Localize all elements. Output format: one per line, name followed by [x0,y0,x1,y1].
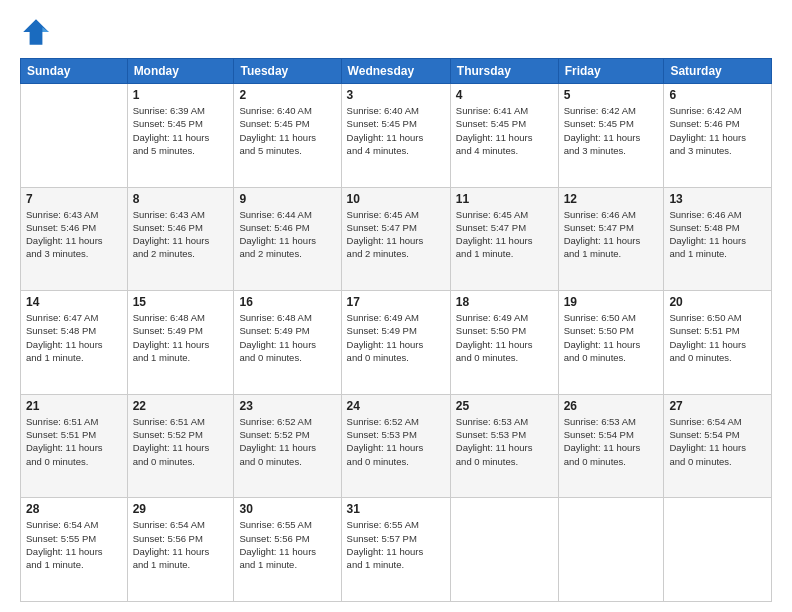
day-number: 24 [347,399,445,413]
day-info: Sunrise: 6:41 AMSunset: 5:45 PMDaylight:… [456,104,553,157]
day-info: Sunrise: 6:43 AMSunset: 5:46 PMDaylight:… [133,208,229,261]
calendar-header-row: SundayMondayTuesdayWednesdayThursdayFrid… [21,59,772,84]
day-number: 17 [347,295,445,309]
calendar-cell: 28Sunrise: 6:54 AMSunset: 5:55 PMDayligh… [21,498,128,602]
page: SundayMondayTuesdayWednesdayThursdayFrid… [0,0,792,612]
calendar-week-4: 21Sunrise: 6:51 AMSunset: 5:51 PMDayligh… [21,394,772,498]
day-info: Sunrise: 6:52 AMSunset: 5:53 PMDaylight:… [347,415,445,468]
day-info: Sunrise: 6:44 AMSunset: 5:46 PMDaylight:… [239,208,335,261]
calendar-cell: 19Sunrise: 6:50 AMSunset: 5:50 PMDayligh… [558,291,664,395]
calendar-cell [21,84,128,188]
day-info: Sunrise: 6:48 AMSunset: 5:49 PMDaylight:… [239,311,335,364]
day-info: Sunrise: 6:50 AMSunset: 5:51 PMDaylight:… [669,311,766,364]
calendar-cell: 25Sunrise: 6:53 AMSunset: 5:53 PMDayligh… [450,394,558,498]
day-info: Sunrise: 6:54 AMSunset: 5:55 PMDaylight:… [26,518,122,571]
calendar-cell: 23Sunrise: 6:52 AMSunset: 5:52 PMDayligh… [234,394,341,498]
day-number: 4 [456,88,553,102]
day-number: 16 [239,295,335,309]
calendar-header-friday: Friday [558,59,664,84]
day-info: Sunrise: 6:42 AMSunset: 5:46 PMDaylight:… [669,104,766,157]
day-info: Sunrise: 6:46 AMSunset: 5:48 PMDaylight:… [669,208,766,261]
day-number: 18 [456,295,553,309]
day-number: 26 [564,399,659,413]
day-info: Sunrise: 6:53 AMSunset: 5:53 PMDaylight:… [456,415,553,468]
day-number: 22 [133,399,229,413]
calendar-cell: 15Sunrise: 6:48 AMSunset: 5:49 PMDayligh… [127,291,234,395]
calendar-cell [558,498,664,602]
calendar-cell [664,498,772,602]
calendar-week-2: 7Sunrise: 6:43 AMSunset: 5:46 PMDaylight… [21,187,772,291]
day-info: Sunrise: 6:50 AMSunset: 5:50 PMDaylight:… [564,311,659,364]
day-info: Sunrise: 6:43 AMSunset: 5:46 PMDaylight:… [26,208,122,261]
day-info: Sunrise: 6:55 AMSunset: 5:56 PMDaylight:… [239,518,335,571]
calendar-cell: 10Sunrise: 6:45 AMSunset: 5:47 PMDayligh… [341,187,450,291]
calendar-cell: 29Sunrise: 6:54 AMSunset: 5:56 PMDayligh… [127,498,234,602]
day-info: Sunrise: 6:40 AMSunset: 5:45 PMDaylight:… [239,104,335,157]
calendar-cell: 30Sunrise: 6:55 AMSunset: 5:56 PMDayligh… [234,498,341,602]
calendar-cell: 22Sunrise: 6:51 AMSunset: 5:52 PMDayligh… [127,394,234,498]
day-info: Sunrise: 6:49 AMSunset: 5:50 PMDaylight:… [456,311,553,364]
calendar-cell: 24Sunrise: 6:52 AMSunset: 5:53 PMDayligh… [341,394,450,498]
day-number: 5 [564,88,659,102]
day-info: Sunrise: 6:54 AMSunset: 5:56 PMDaylight:… [133,518,229,571]
day-info: Sunrise: 6:48 AMSunset: 5:49 PMDaylight:… [133,311,229,364]
day-number: 3 [347,88,445,102]
day-number: 9 [239,192,335,206]
calendar-header-monday: Monday [127,59,234,84]
day-number: 30 [239,502,335,516]
day-info: Sunrise: 6:45 AMSunset: 5:47 PMDaylight:… [347,208,445,261]
calendar-cell: 21Sunrise: 6:51 AMSunset: 5:51 PMDayligh… [21,394,128,498]
day-number: 21 [26,399,122,413]
calendar-cell: 3Sunrise: 6:40 AMSunset: 5:45 PMDaylight… [341,84,450,188]
calendar-cell: 2Sunrise: 6:40 AMSunset: 5:45 PMDaylight… [234,84,341,188]
calendar-cell: 9Sunrise: 6:44 AMSunset: 5:46 PMDaylight… [234,187,341,291]
day-info: Sunrise: 6:49 AMSunset: 5:49 PMDaylight:… [347,311,445,364]
day-number: 11 [456,192,553,206]
day-info: Sunrise: 6:42 AMSunset: 5:45 PMDaylight:… [564,104,659,157]
calendar-cell: 11Sunrise: 6:45 AMSunset: 5:47 PMDayligh… [450,187,558,291]
calendar-cell: 4Sunrise: 6:41 AMSunset: 5:45 PMDaylight… [450,84,558,188]
calendar-cell: 6Sunrise: 6:42 AMSunset: 5:46 PMDaylight… [664,84,772,188]
calendar-week-1: 1Sunrise: 6:39 AMSunset: 5:45 PMDaylight… [21,84,772,188]
calendar-cell: 12Sunrise: 6:46 AMSunset: 5:47 PMDayligh… [558,187,664,291]
logo [20,16,56,48]
day-number: 10 [347,192,445,206]
day-info: Sunrise: 6:54 AMSunset: 5:54 PMDaylight:… [669,415,766,468]
day-number: 6 [669,88,766,102]
calendar-cell: 16Sunrise: 6:48 AMSunset: 5:49 PMDayligh… [234,291,341,395]
day-info: Sunrise: 6:51 AMSunset: 5:51 PMDaylight:… [26,415,122,468]
day-number: 1 [133,88,229,102]
calendar-header-wednesday: Wednesday [341,59,450,84]
calendar-cell: 20Sunrise: 6:50 AMSunset: 5:51 PMDayligh… [664,291,772,395]
calendar-cell: 8Sunrise: 6:43 AMSunset: 5:46 PMDaylight… [127,187,234,291]
day-number: 7 [26,192,122,206]
day-number: 8 [133,192,229,206]
calendar-cell: 18Sunrise: 6:49 AMSunset: 5:50 PMDayligh… [450,291,558,395]
day-info: Sunrise: 6:47 AMSunset: 5:48 PMDaylight:… [26,311,122,364]
day-number: 15 [133,295,229,309]
day-info: Sunrise: 6:45 AMSunset: 5:47 PMDaylight:… [456,208,553,261]
logo-icon [20,16,52,48]
calendar-cell: 17Sunrise: 6:49 AMSunset: 5:49 PMDayligh… [341,291,450,395]
calendar-header-saturday: Saturday [664,59,772,84]
calendar-cell: 5Sunrise: 6:42 AMSunset: 5:45 PMDaylight… [558,84,664,188]
calendar-header-sunday: Sunday [21,59,128,84]
day-number: 23 [239,399,335,413]
day-number: 19 [564,295,659,309]
header [20,16,772,48]
day-number: 2 [239,88,335,102]
day-info: Sunrise: 6:39 AMSunset: 5:45 PMDaylight:… [133,104,229,157]
calendar-cell: 27Sunrise: 6:54 AMSunset: 5:54 PMDayligh… [664,394,772,498]
calendar-cell: 26Sunrise: 6:53 AMSunset: 5:54 PMDayligh… [558,394,664,498]
day-info: Sunrise: 6:51 AMSunset: 5:52 PMDaylight:… [133,415,229,468]
day-number: 31 [347,502,445,516]
day-number: 20 [669,295,766,309]
day-number: 12 [564,192,659,206]
day-info: Sunrise: 6:53 AMSunset: 5:54 PMDaylight:… [564,415,659,468]
day-info: Sunrise: 6:55 AMSunset: 5:57 PMDaylight:… [347,518,445,571]
calendar-cell: 31Sunrise: 6:55 AMSunset: 5:57 PMDayligh… [341,498,450,602]
calendar-cell [450,498,558,602]
day-number: 29 [133,502,229,516]
calendar-week-5: 28Sunrise: 6:54 AMSunset: 5:55 PMDayligh… [21,498,772,602]
day-number: 25 [456,399,553,413]
